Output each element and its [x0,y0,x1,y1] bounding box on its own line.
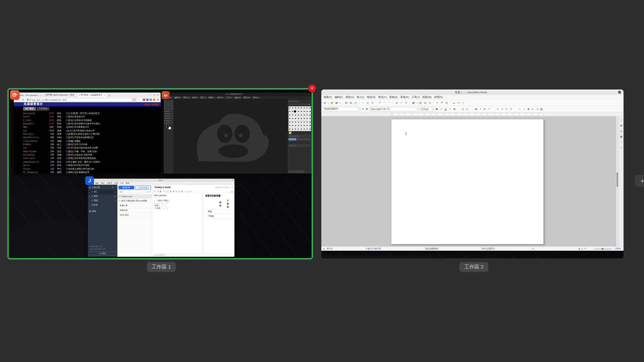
libreoffice-writer-window[interactable]: 無題 1 — LibreOffice Writer 檔案(F)編輯(E)檢視(V… [321,89,624,251]
transform-tool-icon[interactable] [166,102,168,104]
line-spacing-button[interactable]: ↕ [518,107,522,111]
word-count-status[interactable]: 0 個字,0 個字元 [366,247,381,250]
highlight-dropdown-icon[interactable]: ▾ [487,107,491,111]
patterns-tab-icon[interactable] [291,101,293,102]
rotate-tool-icon[interactable] [168,102,169,104]
paintbrush-tool-icon[interactable] [170,104,171,106]
open-icon[interactable]: ▣ [330,101,334,105]
eraser-tool-icon[interactable] [171,104,173,106]
bookmark-icon[interactable]: ⚑ [440,101,444,105]
bookmark-star-icon[interactable]: ☆ [138,99,140,101]
dock-action-icon[interactable] [291,171,293,173]
font-color-dropdown-icon[interactable]: ▾ [479,107,482,111]
single-page-view-icon[interactable]: ▮ [579,247,580,250]
numbered-list-button[interactable]: ≣ [527,107,530,111]
menu-item[interactable]: 樣式(Y) [377,96,388,99]
undo-icon[interactable]: ↶ [154,190,156,192]
insert-table-dropdown-icon[interactable]: ▾ [416,101,418,105]
dock-button[interactable] [289,145,291,146]
tag-bar[interactable]: ❖ 新增標籤... [152,253,234,257]
forward-icon[interactable]: → [19,99,21,101]
selected-brush-cell[interactable] [289,131,291,134]
menu-item[interactable]: 工具(T) [226,96,232,99]
board-row[interactable]: NBA 1367 NBA. ◎[NBA] 每日賽事進行中 [23,126,161,129]
track-changes-icon[interactable]: ≔ [457,101,461,105]
board-row[interactable]: LoL 1143 遊戲 ◎[LoL] 各區季後賽火熱進行中 [23,129,161,133]
note-title-input[interactable]: Today's todo [154,186,213,189]
zoom-out-icon[interactable]: − [592,248,594,250]
dock-button[interactable] [294,145,297,146]
superscript-button[interactable]: x² [461,107,465,111]
board-row[interactable]: Baseball 2737 棒球 ◎[棒球] 新年假期外出跑年平安開心 [23,122,161,126]
zoom-level[interactable]: 100% [615,247,621,250]
browser-tab[interactable]: ● 熱門看板 - 批踢踢實業坊 ✕ [77,93,107,97]
board-row[interactable]: Stock 3261 學術 ◎[股票] 樂透進行中 [23,115,161,119]
align-center-button[interactable]: ≡ [500,107,504,111]
notebook-item[interactable]: ▸ 3. 網頁 10 [88,194,117,198]
dock-action-icon[interactable] [299,171,301,173]
dock-button[interactable] [297,135,299,137]
ublock-origin-icon[interactable] [143,99,145,101]
menu-item[interactable]: 編輯(E) [174,96,181,99]
new-document-icon[interactable]: ▤ [323,101,327,105]
separator[interactable] [376,101,376,105]
board-row[interactable]: DIABLO 386 線上 ◎[暗黑] D2R S13天梯 [23,143,161,146]
sidebar-gallery-icon[interactable]: ▦ [620,135,623,138]
paths-tool-icon[interactable] [164,108,166,110]
smudge-tool-icon[interactable] [170,106,171,108]
menu-item[interactable]: 檢視(V) [192,96,199,99]
underline-button[interactable]: U [444,107,447,111]
calendar-filter-icon[interactable]: ◫ [147,191,149,193]
menu-item[interactable]: 說明(H) [433,96,444,99]
clone-tool-icon[interactable] [166,106,168,108]
zoom-track[interactable] [594,249,611,249]
menu-item[interactable]: 視窗(W) [421,96,433,99]
separator[interactable] [470,107,474,111]
airbrush-tool-icon[interactable] [164,106,166,108]
hyperlink-icon[interactable]: ∞ [164,190,166,192]
hyperlink-icon[interactable]: ∞ [435,101,439,105]
board-row[interactable]: car 308 汽車 ◎[汽車] 政策討論別涉及政治攻擊 [23,146,161,150]
align-right-button[interactable]: ≡ [505,107,508,111]
scale-tool-icon[interactable] [170,102,171,104]
save-dropdown-icon[interactable]: ▾ [339,101,341,105]
browser-tab[interactable]: ● 推早啊! g8Win2@pedera - 推特 [43,93,77,97]
zoom-tool-icon[interactable] [168,108,169,110]
paste-icon[interactable]: ▦ [370,101,375,105]
insert-datetime-icon[interactable]: ◷ [187,190,189,192]
horizontal-rule-icon[interactable]: — [184,190,186,192]
dock-action-icon[interactable] [294,171,296,173]
separator[interactable] [342,101,343,105]
notebook-item[interactable]: ▸ 1. 個人 11 [88,190,117,194]
menu-item[interactable]: 表單(R) [399,96,410,99]
workspace-2-thumbnail[interactable]: 無題 1 — LibreOffice Writer 檔案(F)編輯(E)檢視(V… [321,89,624,258]
notebook-item[interactable]: ▯ 垃圾桶 [88,203,117,207]
special-character-icon[interactable]: Ω [444,101,449,105]
menu-item[interactable]: 記事 [114,182,118,184]
page-number-status[interactable]: 頁 1/1 [327,247,332,250]
note-properties-icon[interactable]: ℹ [232,186,232,188]
layout-toggle-icon[interactable]: ◫ [231,190,233,192]
menu-item[interactable]: 色彩(C) [217,96,224,99]
board-row[interactable]: japanavgirls 235 綜合 ◎AV女優板 清新・優質,神人請格式 [23,161,161,164]
extension-gray-icon[interactable] [150,99,152,101]
redo-icon[interactable]: ↷ [387,101,391,105]
category-boards-tab[interactable]: 分類看板 [37,107,49,111]
separator[interactable] [359,101,360,105]
menu-item[interactable]: 檢視 [101,182,105,184]
cut-icon[interactable]: ✂ [361,101,365,105]
dock-button[interactable] [292,145,294,146]
highlight-color-button[interactable]: A [483,107,487,111]
menu-item[interactable]: 編輯 [95,182,99,184]
checkbox-icon[interactable]: ☑ [178,190,180,192]
horizontal-ruler[interactable] [321,112,624,116]
foreground-color-swatch[interactable] [166,125,169,128]
tags-item[interactable]: 標籤 [88,209,117,214]
italic-button[interactable]: I [439,107,443,111]
separator[interactable] [514,107,517,111]
color-swatches[interactable] [166,125,171,129]
menu-item[interactable]: 記事本 [107,182,112,184]
menu-item[interactable]: 表格(A) [388,96,399,99]
note-list-item[interactable]: Today's todo [117,194,152,199]
menu-item[interactable]: 視窗(W) [243,96,251,99]
